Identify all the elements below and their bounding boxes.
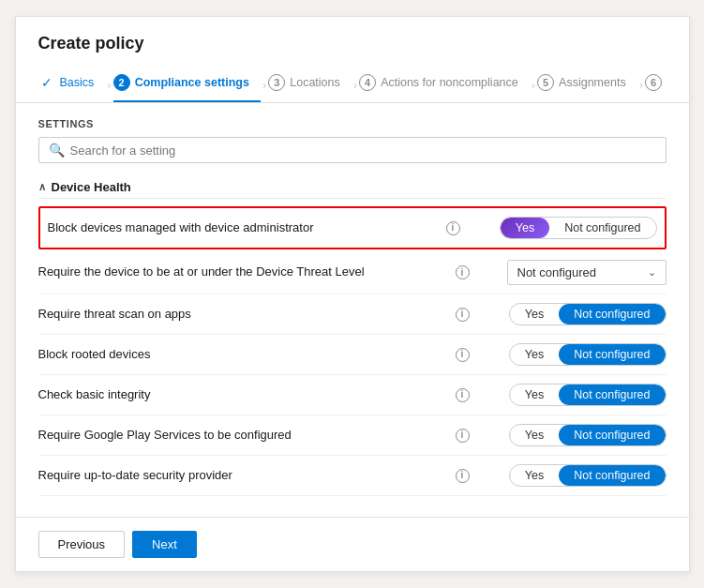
panel-body: SETTINGS 🔍 ∧ Device Health Block devices… bbox=[16, 103, 689, 517]
toggle-block-devices[interactable]: Yes Not configured bbox=[500, 217, 657, 239]
next-button[interactable]: Next bbox=[132, 531, 197, 558]
label-text-block-devices: Block devices managed with device admini… bbox=[48, 219, 442, 236]
control-threat-level[interactable]: Not configured ⌄ bbox=[470, 260, 667, 285]
dropdown-arrow-icon: ⌄ bbox=[648, 266, 656, 279]
separator-5: › bbox=[639, 78, 643, 92]
step-locations[interactable]: 3 Locations bbox=[268, 67, 352, 102]
row-security-provider: Require up-to-date security provider i Y… bbox=[38, 456, 667, 496]
separator-2: › bbox=[262, 78, 266, 92]
control-block-rooted: Yes Not configured bbox=[470, 343, 667, 366]
label-text-threat-scan: Require threat scan on apps bbox=[38, 306, 451, 323]
toggle-no-block-devices[interactable]: Not configured bbox=[549, 218, 655, 238]
toggle-security-provider[interactable]: Yes Not configured bbox=[509, 464, 667, 487]
info-icon-threat-scan[interactable]: i bbox=[456, 308, 470, 322]
step-basics[interactable]: ✓ Basics bbox=[38, 67, 106, 102]
step-compliance[interactable]: 2 Compliance settings bbox=[113, 67, 261, 102]
control-threat-scan: Yes Not configured bbox=[470, 303, 667, 325]
toggle-no-security-provider[interactable]: Not configured bbox=[559, 465, 665, 486]
search-box[interactable]: 🔍 bbox=[38, 137, 667, 163]
previous-button[interactable]: Previous bbox=[38, 531, 126, 558]
row-google-play: Require Google Play Services to be confi… bbox=[38, 415, 667, 456]
toggle-block-rooted[interactable]: Yes Not configured bbox=[509, 343, 667, 366]
info-icon-block-rooted[interactable]: i bbox=[456, 348, 470, 362]
row-block-rooted: Block rooted devices i Yes Not configure… bbox=[38, 335, 667, 375]
toggle-google-play[interactable]: Yes Not configured bbox=[509, 424, 667, 446]
toggle-yes-basic-integrity[interactable]: Yes bbox=[510, 384, 559, 405]
step-assignments-label: Assignments bbox=[559, 76, 626, 89]
device-health-label: Device Health bbox=[52, 180, 131, 194]
collapse-icon: ∧ bbox=[38, 181, 46, 193]
search-icon: 🔍 bbox=[49, 143, 65, 158]
control-security-provider: Yes Not configured bbox=[470, 464, 667, 487]
info-icon-block-devices[interactable]: i bbox=[446, 221, 460, 235]
device-health-group: ∧ Device Health Block devices managed wi… bbox=[38, 180, 667, 496]
label-text-threat-level: Require the device to be at or under the… bbox=[38, 264, 451, 280]
step-locations-number: 3 bbox=[268, 74, 285, 91]
step-actions-label: Actions for noncompliance bbox=[381, 76, 518, 89]
info-icon-security-provider[interactable]: i bbox=[456, 469, 470, 483]
separator-3: › bbox=[353, 78, 357, 92]
row-threat-level-label: Require the device to be at or under the… bbox=[38, 264, 470, 280]
separator-4: › bbox=[532, 78, 535, 92]
control-basic-integrity: Yes Not configured bbox=[470, 384, 667, 406]
toggle-no-threat-scan[interactable]: Not configured bbox=[559, 304, 665, 324]
row-block-rooted-label: Block rooted devices i bbox=[38, 346, 470, 363]
row-threat-scan-label: Require threat scan on apps i bbox=[38, 306, 470, 323]
dropdown-threat-level-value: Not configured bbox=[517, 265, 597, 279]
toggle-no-block-rooted[interactable]: Not configured bbox=[559, 344, 665, 365]
label-text-block-rooted: Block rooted devices bbox=[38, 346, 451, 363]
label-text-security-provider: Require up-to-date security provider bbox=[38, 467, 451, 484]
control-block-devices: Yes Not configured bbox=[460, 217, 657, 239]
row-block-devices: Block devices managed with device admini… bbox=[38, 206, 667, 249]
search-input[interactable] bbox=[70, 143, 656, 158]
toggle-no-basic-integrity[interactable]: Not configured bbox=[559, 384, 665, 405]
step-assignments-number: 5 bbox=[537, 74, 554, 91]
label-text-basic-integrity: Check basic integrity bbox=[38, 386, 451, 403]
step-actions[interactable]: 4 Actions for noncompliance bbox=[359, 67, 530, 102]
create-policy-panel: Create policy ✓ Basics › 2 Compliance se… bbox=[15, 16, 690, 572]
panel-footer: Previous Next bbox=[16, 517, 689, 571]
toggle-yes-google-play[interactable]: Yes bbox=[510, 425, 559, 445]
row-security-provider-label: Require up-to-date security provider i bbox=[38, 467, 470, 484]
toggle-yes-block-devices[interactable]: Yes bbox=[501, 218, 549, 238]
toggle-no-google-play[interactable]: Not configured bbox=[559, 425, 665, 445]
separator-1: › bbox=[107, 78, 111, 92]
row-threat-scan: Require threat scan on apps i Yes Not co… bbox=[38, 294, 667, 335]
info-icon-threat-level[interactable]: i bbox=[456, 265, 470, 279]
toggle-basic-integrity[interactable]: Yes Not configured bbox=[509, 384, 667, 406]
step-locations-label: Locations bbox=[290, 76, 340, 89]
row-basic-integrity-label: Check basic integrity i bbox=[38, 386, 470, 403]
info-icon-google-play[interactable]: i bbox=[456, 429, 470, 443]
dropdown-threat-level[interactable]: Not configured ⌄ bbox=[507, 260, 667, 285]
step-basics-label: Basics bbox=[60, 76, 95, 89]
toggle-yes-security-provider[interactable]: Yes bbox=[510, 465, 559, 486]
device-health-header[interactable]: ∧ Device Health bbox=[38, 180, 667, 199]
toggle-threat-scan[interactable]: Yes Not configured bbox=[509, 303, 667, 325]
toggle-yes-threat-scan[interactable]: Yes bbox=[510, 304, 559, 324]
wizard-steps: ✓ Basics › 2 Compliance settings › 3 Loc… bbox=[38, 67, 667, 102]
control-google-play: Yes Not configured bbox=[470, 424, 667, 446]
page-title: Create policy bbox=[38, 34, 667, 53]
toggle-yes-block-rooted[interactable]: Yes bbox=[510, 344, 559, 365]
row-basic-integrity: Check basic integrity i Yes Not configur… bbox=[38, 375, 667, 415]
check-icon: ✓ bbox=[38, 74, 55, 91]
row-google-play-label: Require Google Play Services to be confi… bbox=[38, 427, 470, 444]
row-block-devices-label: Block devices managed with device admini… bbox=[48, 219, 460, 236]
step-assignments[interactable]: 5 Assignments bbox=[537, 67, 637, 102]
step-actions-number: 4 bbox=[359, 74, 376, 91]
step-compliance-number: 2 bbox=[113, 74, 130, 91]
row-threat-level: Require the device to be at or under the… bbox=[38, 251, 667, 294]
step-review-number: 6 bbox=[645, 74, 662, 91]
info-icon-basic-integrity[interactable]: i bbox=[456, 388, 470, 402]
step-compliance-label: Compliance settings bbox=[135, 76, 249, 89]
panel-header: Create policy ✓ Basics › 2 Compliance se… bbox=[16, 17, 689, 103]
step-review[interactable]: 6 Review bbox=[645, 67, 667, 102]
label-text-google-play: Require Google Play Services to be confi… bbox=[38, 427, 451, 444]
settings-section-label: SETTINGS bbox=[38, 118, 667, 129]
